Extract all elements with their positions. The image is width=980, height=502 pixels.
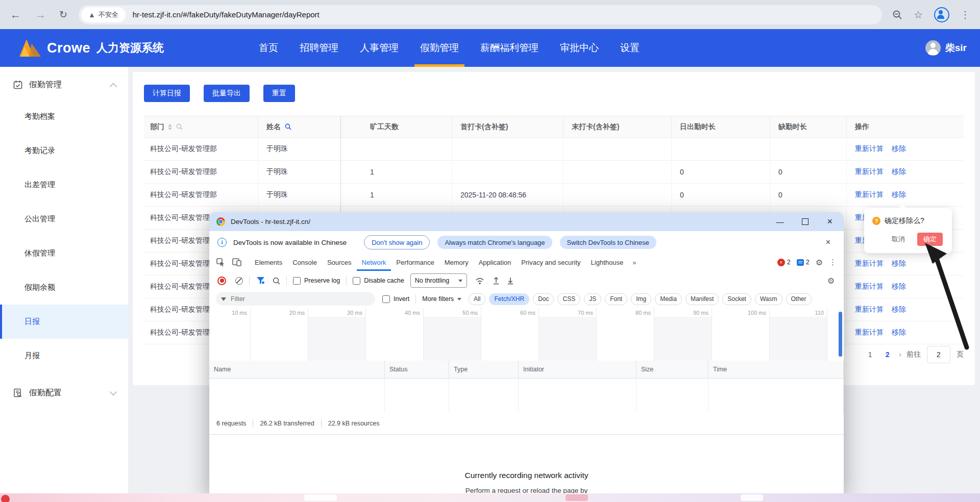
network-filter-input[interactable] (230, 295, 370, 303)
op-link-重新计算[interactable]: 重新计算 (855, 190, 884, 199)
page-button-1[interactable]: 1 (864, 350, 876, 359)
sidebar-item-考勤记录[interactable]: 考勤记录 (0, 134, 128, 168)
clear-network-log-icon[interactable] (235, 277, 243, 285)
op-link-移除[interactable]: 移除 (892, 167, 906, 177)
filter-pill-doc[interactable]: Doc (533, 293, 554, 305)
error-badge[interactable]: × 2 (777, 259, 791, 266)
filter-pill-socket[interactable]: Socket (722, 293, 751, 305)
export-har-icon[interactable] (507, 277, 514, 285)
nav-item-设置[interactable]: 设置 (609, 29, 650, 67)
more-tabs-icon[interactable]: » (628, 259, 640, 266)
goto-page-input[interactable] (927, 346, 950, 363)
devtools-tab-privacy-and-security[interactable]: Privacy and security (516, 254, 585, 271)
action-button-批量导出[interactable]: 批量导出 (204, 85, 250, 102)
requests-col-status[interactable]: Status (385, 361, 449, 378)
switch-to-chinese-button[interactable]: Switch DevTools to Chinese (560, 236, 656, 249)
user-block[interactable]: 柴sir (925, 40, 967, 56)
nav-item-审批中心[interactable]: 审批中心 (549, 29, 609, 67)
preserve-log-checkbox[interactable] (293, 277, 301, 285)
taskbar-chip[interactable] (741, 494, 763, 501)
disable-cache-checkbox[interactable] (353, 277, 360, 285)
requests-col-name[interactable]: Name (209, 361, 385, 378)
op-link-重新计算[interactable]: 重新计算 (855, 259, 884, 268)
network-conditions-icon[interactable] (475, 277, 484, 285)
devtools-tab-application[interactable]: Application (474, 254, 517, 271)
devtools-settings-gear-icon[interactable]: ⚙ (816, 258, 823, 267)
op-link-移除[interactable]: 移除 (892, 305, 906, 314)
reload-icon[interactable]: ↻ (59, 10, 67, 19)
back-icon[interactable]: ← (10, 9, 21, 20)
filter-pill-fetch-xhr[interactable]: Fetch/XHR (489, 293, 529, 305)
op-link-移除[interactable]: 移除 (892, 328, 906, 337)
url-text[interactable]: hr-test.zjf-it.cn/#/fakeDuty/fakeDutyMan… (133, 10, 320, 19)
page-button-2[interactable]: 2 (881, 350, 894, 359)
device-toolbar-icon[interactable] (232, 258, 241, 266)
sidebar-item-日报[interactable]: 日报 (0, 305, 128, 339)
sidebar-item-公出管理[interactable]: 公出管理 (0, 202, 128, 236)
record-network-log-icon[interactable] (217, 277, 226, 285)
op-link-移除[interactable]: 移除 (892, 259, 906, 268)
maximize-icon[interactable] (802, 218, 808, 225)
devtools-tab-elements[interactable]: Elements (250, 254, 287, 271)
sort-icon[interactable] (168, 124, 172, 130)
network-filter-input-box[interactable] (216, 292, 375, 306)
browser-menu-icon[interactable]: ⋮ (961, 9, 970, 20)
network-search-icon[interactable] (273, 277, 280, 285)
scrollbar-thumb[interactable] (839, 312, 842, 357)
nav-item-薪酬福利管理[interactable]: 薪酬福利管理 (470, 29, 549, 67)
cancel-button[interactable]: 取消 (892, 235, 905, 244)
search-icon[interactable] (285, 123, 291, 130)
taskbar-chip[interactable] (304, 494, 337, 501)
inspect-element-icon[interactable] (216, 258, 225, 267)
devtools-tab-network[interactable]: Network (357, 254, 391, 271)
requests-col-size[interactable]: Size (636, 361, 708, 378)
address-bar[interactable]: ▲︎ 不安全 hr-test.zjf-it.cn/#/fakeDuty/fake… (79, 5, 882, 24)
op-link-移除[interactable]: 移除 (892, 282, 906, 291)
forward-icon[interactable]: → (35, 9, 46, 20)
filter-pill-css[interactable]: CSS (557, 293, 580, 305)
network-settings-gear-icon[interactable]: ⚙ (827, 276, 835, 286)
taskbar-chip[interactable] (566, 494, 588, 501)
devtools-tab-sources[interactable]: Sources (322, 254, 357, 271)
filter-pill-js[interactable]: JS (584, 293, 601, 305)
requests-col-type[interactable]: Type (449, 361, 519, 378)
sidebar-item-假期余额[interactable]: 假期余额 (0, 270, 128, 305)
minimize-icon[interactable]: — (776, 217, 783, 226)
op-link-重新计算[interactable]: 重新计算 (855, 282, 884, 291)
action-button-计算日报[interactable]: 计算日报 (144, 85, 190, 102)
nav-item-招聘管理[interactable]: 招聘管理 (289, 29, 349, 67)
filter-pill-wasm[interactable]: Wasm (755, 293, 782, 305)
filter-pill-manifest[interactable]: Manifest (685, 293, 719, 305)
action-button-重置[interactable]: 重置 (263, 85, 295, 102)
filter-pill-media[interactable]: Media (655, 293, 682, 305)
throttling-select[interactable]: No throttling (410, 273, 467, 288)
dont-show-again-button[interactable]: Don't show again (364, 235, 430, 249)
devtools-titlebar[interactable]: DevTools - hr-test.zjf-it.cn/ — × (209, 212, 844, 231)
devtools-tab-performance[interactable]: Performance (391, 254, 439, 271)
filter-pill-other[interactable]: Other (786, 293, 812, 305)
search-icon[interactable] (176, 123, 183, 130)
filter-pill-img[interactable]: Img (631, 293, 651, 305)
zoom-icon[interactable] (892, 10, 902, 20)
more-filters-button[interactable]: More filters (422, 295, 461, 303)
sidebar-item-月报[interactable]: 月报 (0, 339, 128, 373)
devtools-menu-icon[interactable]: ⋮ (829, 258, 837, 267)
sidebar-item-出差管理[interactable]: 出差管理 (0, 168, 128, 202)
op-link-重新计算[interactable]: 重新计算 (855, 305, 884, 314)
confirm-button[interactable]: 确定 (917, 233, 943, 246)
devtools-tab-console[interactable]: Console (287, 254, 322, 271)
devtools-tab-lighthouse[interactable]: Lighthouse (586, 254, 629, 271)
message-badge[interactable]: 2 (797, 259, 810, 266)
always-match-language-button[interactable]: Always match Chrome's language (437, 236, 552, 249)
op-link-移除[interactable]: 移除 (892, 144, 906, 154)
op-link-重新计算[interactable]: 重新计算 (855, 144, 884, 154)
import-har-icon[interactable] (493, 277, 500, 285)
filter-pill-all[interactable]: All (469, 293, 485, 305)
op-link-重新计算[interactable]: 重新计算 (855, 328, 884, 337)
sidebar-item-考勤档案[interactable]: 考勤档案 (0, 99, 128, 134)
filter-toggle-icon[interactable] (257, 277, 264, 284)
nav-item-人事管理[interactable]: 人事管理 (349, 29, 409, 67)
nav-item-首页[interactable]: 首页 (248, 29, 289, 67)
op-link-重新计算[interactable]: 重新计算 (855, 167, 884, 177)
banner-close-icon[interactable]: × (826, 238, 830, 247)
